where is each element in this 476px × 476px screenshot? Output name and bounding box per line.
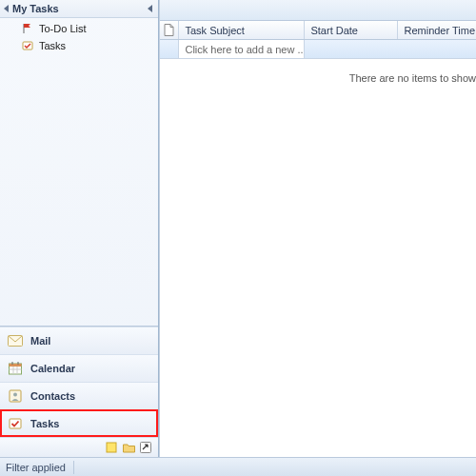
module-label: Contacts xyxy=(30,390,75,402)
task-icon xyxy=(8,416,23,431)
nav-item-tasks[interactable]: Tasks xyxy=(0,37,158,54)
module-bar: Mail Calendar Contacts xyxy=(0,326,158,457)
svg-rect-11 xyxy=(10,419,21,428)
module-label: Calendar xyxy=(30,363,75,374)
contacts-icon xyxy=(8,388,23,404)
empty-list-message: There are no items to show xyxy=(160,59,476,457)
column-header-start-date[interactable]: Start Date xyxy=(305,21,398,39)
caret-down-icon xyxy=(4,5,9,12)
nav-item-label: Tasks xyxy=(39,40,154,51)
page-icon xyxy=(164,24,174,36)
nav-header-title: My Tasks xyxy=(12,3,148,14)
module-label: Mail xyxy=(30,335,50,347)
shortcut-icon[interactable] xyxy=(139,441,152,454)
module-contacts[interactable]: Contacts xyxy=(0,382,158,409)
svg-rect-12 xyxy=(107,443,116,452)
mail-icon xyxy=(8,333,23,348)
add-task-input[interactable]: Click here to add a new ... xyxy=(179,40,305,58)
svg-rect-3 xyxy=(10,364,22,367)
task-icon xyxy=(21,39,34,52)
status-filter[interactable]: Filter applied xyxy=(6,461,74,474)
nav-item-label: To-Do List xyxy=(39,23,154,34)
content-toolbar xyxy=(160,0,476,21)
navigation-pane: My Tasks To-Do List Tasks xyxy=(0,0,159,457)
svg-point-10 xyxy=(13,393,17,397)
column-header-subject[interactable]: Task Subject xyxy=(179,21,305,39)
flag-icon xyxy=(21,22,34,35)
column-header-icon[interactable] xyxy=(160,21,179,39)
collapse-pane-icon[interactable] xyxy=(148,5,152,12)
content-pane: Task Subject Start Date Reminder Time Cl… xyxy=(159,0,476,457)
add-new-task-row[interactable]: Click here to add a new ... xyxy=(160,40,476,59)
module-calendar[interactable]: Calendar xyxy=(0,354,158,382)
calendar-icon xyxy=(8,361,23,376)
column-header-reminder-time[interactable]: Reminder Time xyxy=(398,21,476,39)
notes-icon[interactable] xyxy=(105,441,118,454)
nav-item-todo-list[interactable]: To-Do List xyxy=(0,20,158,37)
module-label: Tasks xyxy=(30,418,59,429)
nav-tree: To-Do List Tasks xyxy=(0,18,158,56)
status-bar: Filter applied xyxy=(0,457,476,476)
nav-header[interactable]: My Tasks xyxy=(0,0,158,18)
folder-icon[interactable] xyxy=(122,441,135,454)
module-overflow-row xyxy=(0,437,158,457)
add-row-icon-cell xyxy=(160,40,179,58)
module-mail[interactable]: Mail xyxy=(0,327,158,354)
grid-header: Task Subject Start Date Reminder Time xyxy=(160,21,476,40)
svg-rect-13 xyxy=(141,443,151,453)
module-tasks[interactable]: Tasks xyxy=(0,409,158,437)
